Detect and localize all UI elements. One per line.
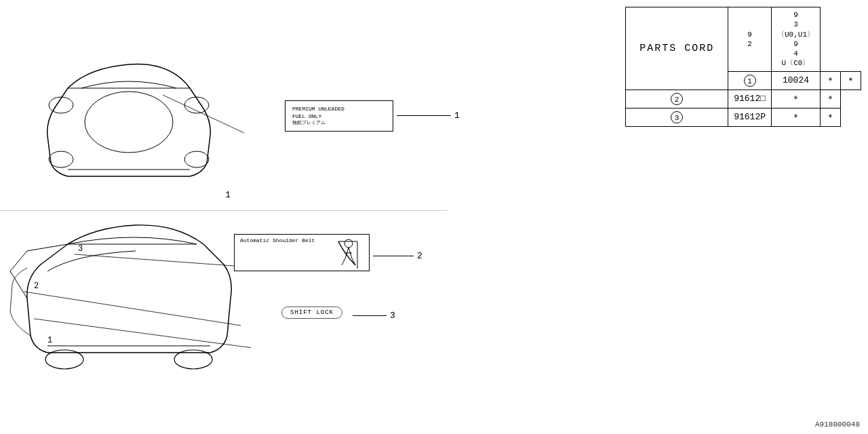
shift-lock-num: 3	[390, 311, 395, 321]
svg-point-5	[49, 151, 73, 167]
auto-belt-container: Automatic Shoulder Belt 2	[234, 234, 370, 271]
divider-line	[0, 210, 448, 211]
fuel-label-container: PREMIUM UNLEADED FUEL ONLY 無鉛プレミアム 1	[285, 100, 393, 132]
car-bottom-diagram: 3 2 1	[7, 217, 251, 390]
row1-c2: ＊	[841, 71, 861, 90]
svg-point-3	[49, 97, 73, 113]
auto-belt-label-box: Automatic Shoulder Belt	[234, 234, 370, 271]
car-top-label-1: 1	[225, 190, 231, 200]
auto-belt-connector: 2	[373, 251, 422, 261]
row3-c1: ＊	[771, 108, 820, 126]
svg-line-8	[10, 271, 27, 298]
svg-text:2: 2	[34, 281, 39, 291]
circle-2: 2	[671, 93, 683, 105]
svg-point-6	[184, 151, 209, 167]
car-top-diagram: 1	[14, 54, 244, 207]
circle-1: 1	[744, 75, 756, 87]
parts-table: PARTS CORD 92 93〈U0,U1〉94U〈C0〉 1 10024 ＊…	[625, 7, 861, 127]
svg-text:3: 3	[78, 244, 83, 254]
row3-part: 91612P	[728, 108, 772, 126]
shift-lock-connector: 3	[353, 311, 395, 321]
svg-line-16	[24, 292, 241, 326]
row3-c2: ＊	[821, 108, 841, 126]
col-year-header: 92	[728, 7, 772, 72]
svg-line-9	[10, 251, 27, 271]
row1-part: 10024	[771, 71, 820, 90]
row3-num: 3	[626, 108, 728, 126]
svg-line-10	[27, 244, 68, 251]
page: 1 3	[0, 0, 868, 434]
watermark: A918000048	[815, 420, 860, 429]
row1-c1: ＊	[821, 71, 841, 90]
auto-belt-num: 2	[417, 251, 422, 261]
row2-c2: ＊	[821, 90, 841, 108]
svg-point-1	[85, 92, 173, 153]
shift-lock-container: SHIFT LOCK 3	[281, 305, 342, 319]
svg-line-17	[34, 319, 251, 359]
shift-lock-label-box: SHIFT LOCK	[281, 307, 342, 319]
fuel-label-line1: PREMIUM UNLEADED	[292, 105, 386, 113]
table-header: PARTS CORD	[626, 7, 728, 90]
circle-3: 3	[671, 111, 683, 123]
svg-text:1: 1	[47, 336, 52, 345]
fuel-label-box: PREMIUM UNLEADED FUEL ONLY 無鉛プレミアム	[285, 100, 393, 132]
fuel-label-line2: FUEL ONLY	[292, 113, 386, 120]
svg-point-21	[344, 239, 353, 248]
col-variant-header: 93〈U0,U1〉94U〈C0〉	[771, 7, 820, 72]
table-row: 3 91612P ＊ ＊	[626, 108, 861, 126]
fuel-label-connector: 1	[397, 111, 460, 121]
fuel-label-num: 1	[454, 111, 460, 121]
table-row: 2 91612□ ＊ ＊	[626, 90, 861, 108]
row2-c1: ＊	[771, 90, 820, 108]
fuel-label-line3: 無鉛プレミアム	[292, 120, 386, 127]
row2-num: 2	[626, 90, 728, 108]
row1-num: 1	[728, 71, 772, 90]
row2-part: 91612□	[728, 90, 772, 108]
svg-line-7	[163, 95, 244, 142]
shift-lock-text: SHIFT LOCK	[290, 309, 334, 316]
